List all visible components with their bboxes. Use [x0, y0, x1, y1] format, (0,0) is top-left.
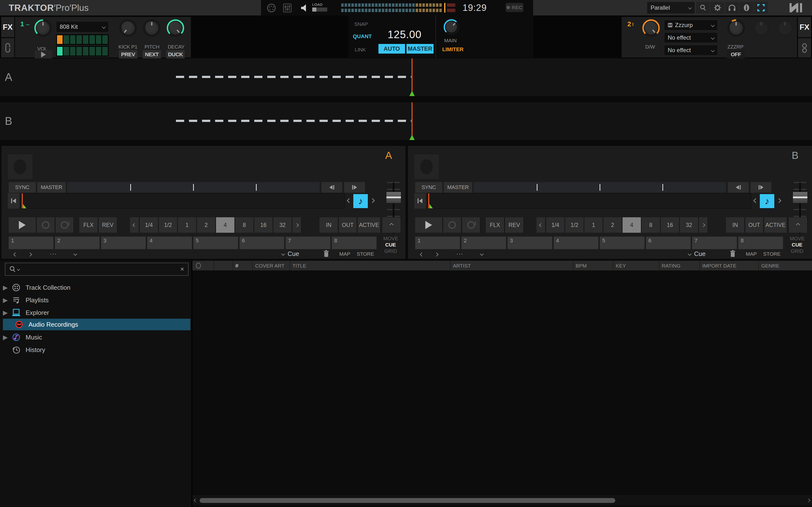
column-divider[interactable]: [233, 261, 233, 270]
deck-b-loop-size-6[interactable]: 16: [661, 217, 679, 233]
column-divider[interactable]: [252, 261, 253, 270]
deck-a-hotcue-2[interactable]: 2: [55, 237, 100, 249]
step-cell-playing[interactable]: [57, 47, 63, 56]
deck-b-letter[interactable]: B: [792, 150, 799, 161]
deck-a-map-button[interactable]: MAP: [339, 251, 350, 257]
deck-b-cuetype-select[interactable]: Cue: [694, 250, 706, 258]
column-divider[interactable]: [613, 261, 613, 270]
search-clear-icon[interactable]: ×: [180, 265, 184, 273]
deck-a-hotcue-6[interactable]: 6: [240, 237, 284, 249]
deck-b-page-next-icon[interactable]: [435, 252, 439, 257]
deck-a-flux-button[interactable]: FLX: [79, 217, 98, 233]
deck-a-tempo-bar[interactable]: [67, 182, 319, 193]
deck-b-loop-size-3[interactable]: 2: [603, 217, 622, 233]
deck-a-loop-size-5[interactable]: 8: [235, 217, 254, 233]
deck-a-loop-out-button[interactable]: OUT: [339, 217, 357, 233]
column-key[interactable]: KEY: [616, 263, 626, 269]
deck-b-hotcue-8[interactable]: 8: [738, 237, 783, 249]
deck-b-nudge-back-button[interactable]: [728, 182, 749, 193]
tracklist-body[interactable]: [192, 270, 812, 495]
snap-button[interactable]: SNAP: [354, 21, 368, 27]
deck-a-cue-button[interactable]: [37, 217, 55, 233]
fx2-knob-empty-2[interactable]: [776, 19, 794, 37]
fx1-number[interactable]: 1 ···: [20, 20, 29, 28]
deck-a-loop-active-button[interactable]: ACTIVE: [358, 217, 381, 233]
deck-b-hotcue-5[interactable]: 5: [600, 237, 645, 249]
step-cell[interactable]: [70, 47, 75, 56]
deck-a-cuetype-chevron-icon[interactable]: [281, 252, 285, 256]
deck-a-loop-size-1[interactable]: 1/2: [159, 217, 177, 233]
fx1-knob-pitch[interactable]: [143, 19, 161, 37]
step-cell[interactable]: [63, 47, 69, 56]
deck-a-sync-button[interactable]: SYNC: [9, 182, 36, 193]
deck-a-hotcue-1[interactable]: 1: [9, 237, 53, 249]
deck-a-grid-tab[interactable]: GRID: [384, 248, 397, 254]
deck-a-cuetype-select[interactable]: Cue: [288, 250, 299, 258]
sidebar-item-track-collection[interactable]: ▶ Track Collection: [0, 282, 191, 294]
step-cell-active[interactable]: [57, 35, 63, 44]
column-divider[interactable]: [699, 261, 700, 270]
deck-b-move-tab[interactable]: MOVE: [790, 236, 805, 241]
deck-a-dots-chevron-icon[interactable]: [73, 252, 77, 256]
deck-a-letter[interactable]: A: [385, 150, 392, 161]
deck-a-pitch-fader[interactable]: [386, 192, 401, 203]
fullscreen-button[interactable]: [754, 2, 768, 13]
main-volume-knob[interactable]: [443, 19, 460, 35]
deck-a-reverse-button[interactable]: REV: [99, 217, 117, 233]
deck-a-hotcue-3[interactable]: 3: [101, 237, 146, 249]
deck-b-loop-active-button[interactable]: ACTIVE: [764, 217, 788, 233]
deck-a-move-tab[interactable]: MOVE: [383, 236, 398, 241]
deck-b-dots-menu[interactable]: ···: [456, 250, 463, 258]
column-import-date[interactable]: IMPORT DATE: [702, 263, 737, 269]
deck-b-map-button[interactable]: MAP: [746, 251, 757, 257]
fx1-vol-knob[interactable]: [34, 19, 52, 37]
fx1-prev-button[interactable]: PREV: [119, 50, 137, 59]
mixer-icon[interactable]: [282, 3, 292, 13]
deck-a-keylock-button[interactable]: ♪: [353, 194, 368, 208]
fx1-preset-select[interactable]: 808 Kit: [56, 21, 109, 32]
limiter-indicator[interactable]: LIMITER: [442, 46, 463, 53]
fx2-knob-empty-1[interactable]: [752, 19, 770, 37]
deck-b-loop-bigger-button[interactable]: [699, 217, 708, 233]
speaker-icon[interactable]: [299, 3, 309, 13]
deck-b-cue-tab[interactable]: CUE: [792, 242, 802, 248]
deck-b-tempo-bar[interactable]: [474, 182, 726, 193]
deck-b-loop-size-7[interactable]: 32: [680, 217, 699, 233]
deck-a-loop-bigger-button[interactable]: [292, 217, 302, 233]
deck-a-loop-size-3[interactable]: 2: [197, 217, 216, 233]
deck-a-hotcue-8[interactable]: 8: [332, 237, 376, 249]
deck-b-hotcue-1[interactable]: 1: [415, 237, 460, 249]
scroll-right-icon[interactable]: [807, 499, 811, 502]
deck-b-hotcue-6[interactable]: 6: [646, 237, 691, 249]
step-cell[interactable]: [77, 35, 82, 44]
sidebar-item-music[interactable]: ▶ Music: [0, 331, 191, 343]
step-cell[interactable]: [89, 35, 95, 44]
preferences-button[interactable]: [711, 2, 724, 13]
fx1-step-row-2[interactable]: [56, 46, 109, 56]
deck-a-store-button[interactable]: STORE: [357, 251, 374, 257]
expand-arrow-icon[interactable]: ▶: [0, 284, 11, 291]
deck-b-page-prev-icon[interactable]: [420, 252, 424, 257]
deck-b-hotcue-3[interactable]: 3: [507, 237, 552, 249]
deck-b-nudge-fwd-button[interactable]: [751, 182, 771, 193]
deck-b-grid-tab[interactable]: GRID: [791, 248, 804, 254]
column-artist[interactable]: ARTIST: [453, 263, 471, 269]
search-input[interactable]: ×: [5, 263, 189, 276]
deck-a-hotcue-5[interactable]: 5: [193, 237, 238, 249]
column-divider[interactable]: [290, 261, 290, 270]
fx2-dw-knob[interactable]: [642, 19, 660, 37]
deck-b-loop-out-button[interactable]: OUT: [745, 217, 764, 233]
column-divider[interactable]: [758, 261, 759, 270]
keylock-prev-icon[interactable]: [347, 198, 352, 203]
sidebar-item-explorer[interactable]: ▶ Explorer: [0, 306, 191, 319]
fx-unit-2-tab[interactable]: FX: [798, 17, 811, 37]
deck-b-loop-smaller-button[interactable]: [537, 217, 546, 233]
fx1-knob-decay[interactable]: [166, 19, 185, 37]
fx1-duck-button[interactable]: DUCK: [166, 50, 185, 59]
fx2-number[interactable]: 2 ⁝: [627, 20, 633, 28]
keylock-prev-icon[interactable]: [753, 198, 758, 203]
deck-b-cuetype-chevron-icon[interactable]: [688, 252, 692, 256]
deck-a-loop-size-7[interactable]: 32: [273, 217, 292, 233]
step-cell[interactable]: [102, 35, 108, 44]
deck-b-stripe[interactable]: [427, 193, 751, 209]
